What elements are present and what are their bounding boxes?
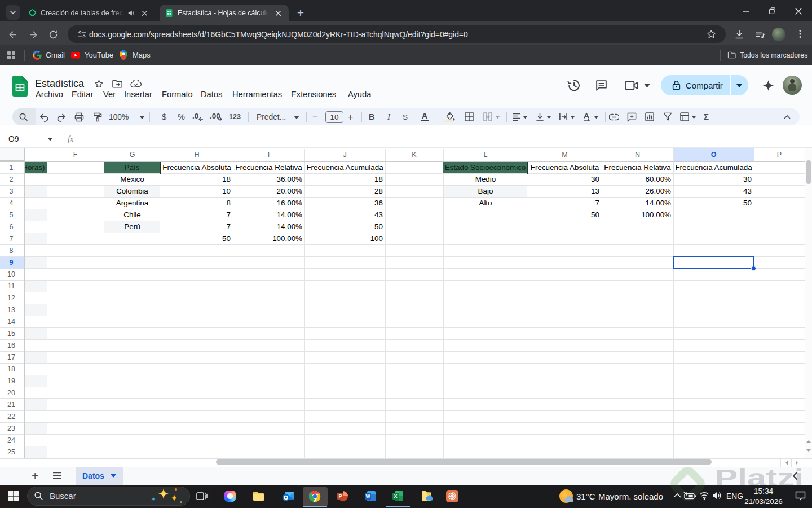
svg-text:W: W: [365, 493, 370, 499]
svg-text:X: X: [394, 493, 397, 499]
svg-text:P: P: [338, 493, 342, 499]
